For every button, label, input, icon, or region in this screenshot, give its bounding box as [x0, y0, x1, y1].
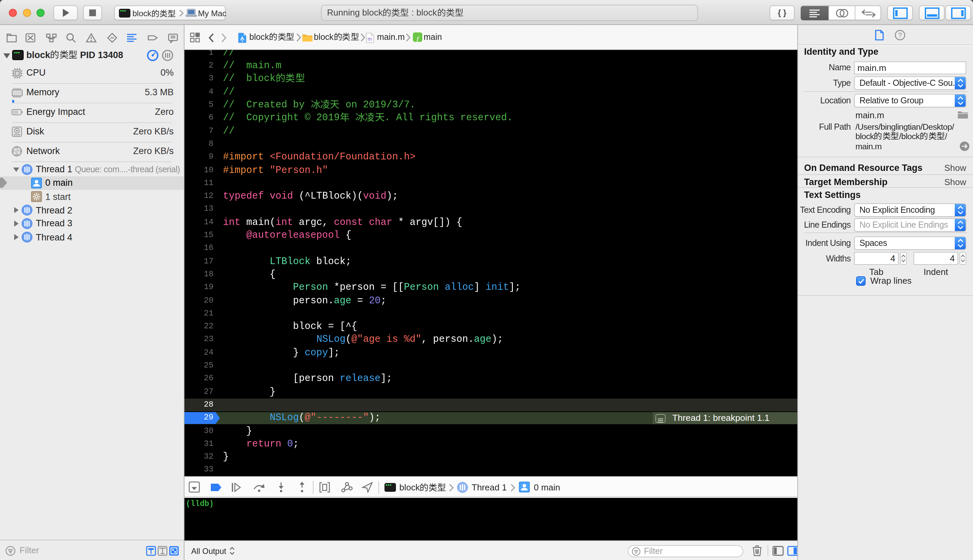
svg-text:m: m	[367, 35, 372, 42]
svg-text:?: ?	[898, 32, 902, 39]
